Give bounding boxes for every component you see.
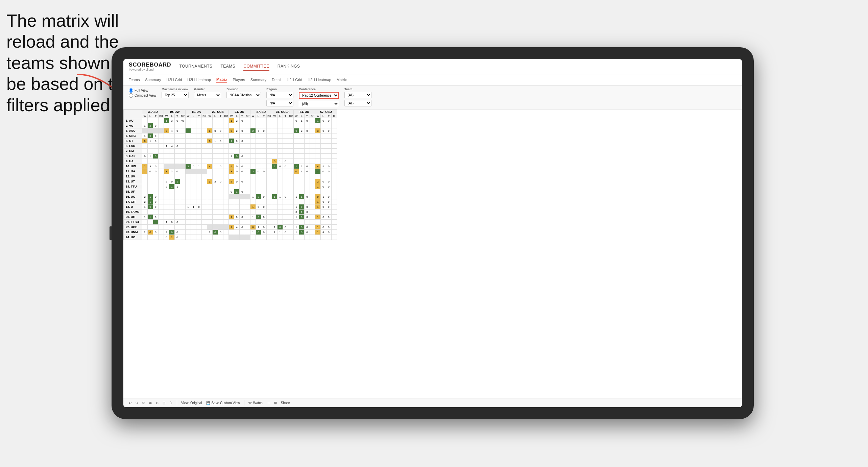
subnav-h2h-grid2[interactable]: H2H Grid (287, 77, 302, 83)
subnav-detail[interactable]: Detail (272, 77, 281, 83)
cell-r19-c0-s0: 1 (142, 215, 148, 220)
redo-btn[interactable]: ↪ (136, 401, 138, 405)
division-select[interactable]: NCAA Division I (226, 92, 261, 98)
cell-r0-c8-s0: 1 (315, 118, 321, 123)
cell-r17-c4-s0 (229, 204, 234, 210)
grid-view-btn[interactable]: ⊞ (274, 401, 277, 405)
cell-r22-c0-s0: 2 (142, 230, 148, 235)
save-custom-btn[interactable]: 💾 Save Custom View (206, 401, 240, 405)
watch-btn[interactable]: 👁 Watch (248, 401, 263, 405)
sh-uw-dif: Dif (180, 114, 186, 118)
region-select[interactable]: N/A (266, 92, 293, 98)
sh-osu-w: W (315, 114, 321, 118)
row-header-6: 7. UM (124, 149, 142, 154)
cell-r4-c3-s3 (223, 139, 229, 144)
cell-r9-c4-s1: 0 (234, 164, 240, 169)
cell-r13-c8-s1: 0 (321, 184, 326, 189)
subnav-summary2[interactable]: Summary (250, 77, 266, 83)
cell-r18-c7-s1: 1 (299, 210, 305, 215)
subnav-h2h-heatmap1[interactable]: H2H Heatmap (187, 77, 211, 83)
cell-r18-c8-s1 (321, 210, 326, 215)
cell-r11-c5-s1 (256, 174, 261, 179)
share-btn[interactable]: Share (281, 401, 290, 405)
max-teams-select[interactable]: Top 25 (162, 92, 189, 98)
cell-r16-c1-s0 (164, 199, 169, 204)
cell-r7-c8-s1 (321, 154, 326, 159)
cell-r10-c5-s3 (267, 169, 272, 174)
cell-r12-c2-s1 (191, 179, 196, 184)
cell-r11-c5-s2 (261, 174, 267, 179)
subnav-h2h-grid1[interactable]: H2H Grid (166, 77, 182, 83)
cell-r19-c1-s1 (169, 215, 175, 220)
subnav-players[interactable]: Players (233, 77, 245, 83)
cell-r19-c0-s1: 1 (148, 215, 153, 220)
cell-r1-c3-s0 (207, 123, 213, 128)
cell-r18-c3-s1 (213, 210, 218, 215)
cell-r10-c7-s2: 0 (305, 169, 310, 174)
cell-r19-c8-s3 (332, 215, 337, 220)
clock-btn[interactable]: ⏱ (169, 401, 173, 405)
cell-r11-c6-s0 (272, 174, 278, 179)
cell-r9-c6-s0: 2 (272, 164, 278, 169)
cell-r3-c4-s0 (229, 133, 234, 139)
undo-btn[interactable]: ↩ (129, 401, 131, 405)
region-select-2[interactable]: N/A (266, 100, 293, 106)
sh-su-l: L (256, 114, 261, 118)
cell-r23-c6-s1 (278, 235, 283, 240)
full-view-radio[interactable]: Full View (129, 88, 156, 93)
nav-committee[interactable]: COMMITTEE (243, 63, 269, 71)
subnav-teams[interactable]: Teams (129, 77, 140, 83)
cell-r10-c7-s3 (310, 169, 315, 174)
cell-r6-c2-s2 (196, 149, 202, 154)
cell-r22-c8-s2: 0 (326, 230, 332, 235)
cell-r23-c8-s1 (321, 235, 326, 240)
cell-r15-c8-s1: 1 (321, 194, 326, 199)
subnav-matrix1[interactable]: Matrix (216, 76, 227, 83)
cell-r11-c6-s2 (283, 174, 288, 179)
cell-r12-c4-s2: 0 (240, 179, 245, 184)
more-btn[interactable]: ⋯ (267, 401, 270, 405)
compact-view-radio[interactable]: Compact View (129, 93, 156, 98)
grid-btn[interactable]: ⊞ (163, 401, 165, 405)
nav-teams[interactable]: TEAMS (221, 63, 236, 71)
zoom-btn[interactable]: ⊕ (149, 401, 152, 405)
cell-r3-c3-s0 (207, 133, 213, 139)
cell-r4-c8-s0 (315, 139, 321, 144)
cell-r23-c4-s2 (240, 235, 245, 240)
subnav-h2h-heatmap2[interactable]: H2H Heatmap (308, 77, 331, 83)
refresh-btn[interactable]: ⟳ (142, 401, 145, 405)
cell-r19-c2-s2 (196, 215, 202, 220)
nav-tournaments[interactable]: TOURNAMENTS (179, 63, 213, 71)
cell-r16-c3-s1 (213, 199, 218, 204)
cell-r20-c8-s1 (321, 220, 326, 225)
cell-r23-c5-s2 (261, 235, 267, 240)
row-header-10: 11. UA (124, 169, 142, 174)
cell-r22-c0-s2: 0 (153, 230, 159, 235)
cell-r17-c2-s0: 1 (186, 204, 191, 210)
conference-select[interactable]: Pac-12 Conference (299, 92, 339, 99)
cell-r17-c8-s3 (332, 204, 337, 210)
team-select-2[interactable]: (All) (344, 100, 371, 106)
matrix-content[interactable]: 3. ASU 10. UW 11. UA 22. UCB 24. UO 27. … (123, 109, 742, 398)
nav-rankings[interactable]: RANKINGS (278, 63, 300, 71)
cell-r6-c1-s0 (164, 149, 169, 154)
cell-r3-c4-s1 (234, 133, 240, 139)
subnav-summary1[interactable]: Summary (145, 77, 161, 83)
subnav-matrix2[interactable]: Matrix (337, 77, 347, 83)
sub-nav: Teams Summary H2H Grid H2H Heatmap Matri… (123, 74, 742, 85)
cell-r12-c7-s3 (310, 179, 315, 184)
minus-btn[interactable]: ⊖ (156, 401, 159, 405)
conference-select-2[interactable]: (All) (299, 101, 339, 107)
bottom-toolbar: ↩ ↪ ⟳ ⊕ ⊖ ⊞ ⏱ View: Original 💾 Save Cust… (123, 398, 742, 407)
cell-r1-c4-s3 (245, 123, 250, 128)
cell-r18-c6-s2 (283, 210, 288, 215)
cell-r0-c4-s2: 0 (240, 118, 245, 123)
view-original-btn[interactable]: View: Original (181, 401, 202, 405)
team-select[interactable]: (All) (344, 92, 371, 98)
cell-r15-c6-s0: 1 (272, 194, 278, 199)
cell-r7-c2-s2 (196, 154, 202, 159)
gender-select[interactable]: Men's (194, 92, 221, 98)
cell-r7-c7-s1 (299, 154, 305, 159)
cell-r5-c2-s0 (186, 144, 191, 149)
cell-r19-c5-s2: 0 (261, 215, 267, 220)
